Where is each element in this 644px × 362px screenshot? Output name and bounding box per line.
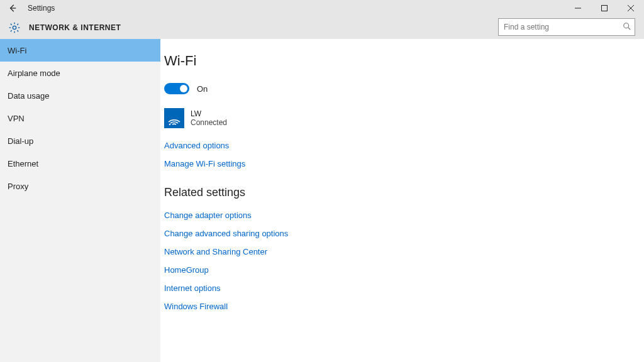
maximize-button[interactable] [591, 0, 618, 16]
link-internet-options[interactable]: Internet options [164, 283, 644, 293]
link-change-advanced-sharing[interactable]: Change advanced sharing options [164, 229, 644, 238]
wifi-signal-icon [164, 108, 184, 128]
connected-network[interactable]: LW Connected [164, 108, 644, 128]
svg-point-5 [13, 26, 16, 29]
related-settings-heading: Related settings [164, 186, 644, 199]
sidebar-item-proxy[interactable]: Proxy [0, 175, 160, 197]
sidebar-item-label: Dial-up [8, 136, 33, 146]
sidebar-item-label: VPN [8, 114, 25, 123]
sidebar-item-label: Ethernet [8, 159, 38, 168]
maximize-icon [601, 5, 608, 11]
search-wrap [498, 18, 635, 36]
network-status: Connected [191, 118, 227, 127]
link-network-sharing-center[interactable]: Network and Sharing Center [164, 247, 644, 256]
network-text: LW Connected [191, 109, 227, 127]
search-input[interactable] [498, 18, 635, 36]
svg-line-12 [17, 24, 18, 25]
svg-line-11 [17, 30, 18, 31]
sidebar-item-label: Wi-Fi [8, 46, 26, 55]
titlebar: Settings [0, 0, 644, 16]
toggle-knob [180, 85, 187, 92]
sidebar-item-label: Proxy [8, 182, 28, 191]
wifi-toggle[interactable] [164, 83, 189, 94]
wifi-toggle-label: On [197, 84, 208, 94]
sidebar-item-wifi[interactable]: Wi-Fi [0, 39, 160, 62]
link-homegroup[interactable]: HomeGroup [164, 265, 644, 275]
minimize-button[interactable] [565, 0, 591, 16]
arrow-left-icon [8, 4, 17, 13]
sidebar-item-dial-up[interactable]: Dial-up [0, 129, 160, 152]
wifi-toggle-row: On [164, 83, 644, 94]
sidebar: Wi-Fi Airplane mode Data usage VPN Dial-… [0, 39, 160, 362]
content: Wi-Fi On LW Connect [160, 39, 644, 362]
window-title: Settings [28, 4, 55, 13]
header: NETWORK & INTERNET [0, 16, 644, 39]
back-button[interactable] [6, 2, 19, 14]
svg-line-10 [11, 24, 12, 25]
body: Wi-Fi Airplane mode Data usage VPN Dial-… [0, 39, 644, 362]
link-change-adapter-options[interactable]: Change adapter options [164, 211, 644, 220]
network-name: LW [191, 109, 227, 118]
link-advanced-options[interactable]: Advanced options [164, 141, 644, 150]
svg-line-13 [11, 30, 12, 31]
sidebar-item-vpn[interactable]: VPN [0, 107, 160, 129]
page-title: Wi-Fi [164, 53, 644, 69]
sidebar-item-data-usage[interactable]: Data usage [0, 84, 160, 107]
close-button[interactable] [618, 0, 644, 16]
sidebar-item-ethernet[interactable]: Ethernet [0, 152, 160, 175]
close-icon [628, 5, 634, 11]
minimize-icon [575, 5, 581, 11]
svg-rect-2 [602, 6, 608, 11]
window-controls [565, 0, 644, 16]
sidebar-item-airplane-mode[interactable]: Airplane mode [0, 62, 160, 84]
sidebar-item-label: Data usage [8, 91, 50, 101]
settings-gear-icon [8, 21, 21, 35]
link-windows-firewall[interactable]: Windows Firewall [164, 302, 644, 311]
svg-point-16 [169, 124, 170, 125]
link-manage-wifi-settings[interactable]: Manage Wi-Fi settings [164, 159, 644, 168]
section-title: NETWORK & INTERNET [29, 23, 121, 32]
sidebar-item-label: Airplane mode [8, 69, 60, 78]
